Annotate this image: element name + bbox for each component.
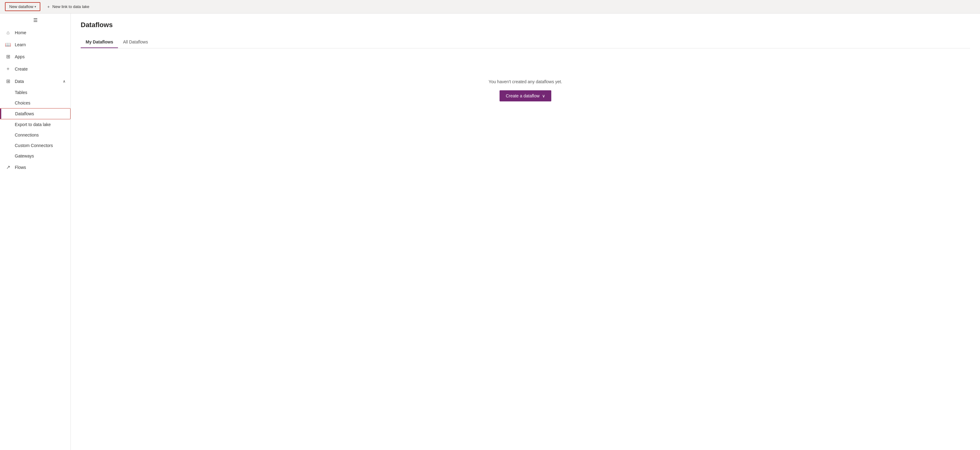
empty-state: You haven't created any dataflows yet. C… xyxy=(81,61,970,120)
create-dataflow-button[interactable]: Create a dataflow ∨ xyxy=(500,90,551,101)
page-title: Dataflows xyxy=(81,21,970,29)
connections-label: Connections xyxy=(15,132,39,137)
new-dataflow-button[interactable]: New dataflow ▾ xyxy=(5,2,40,11)
new-dataflow-label: New dataflow xyxy=(9,4,33,9)
empty-state-text: You haven't created any dataflows yet. xyxy=(489,79,562,84)
sidebar-subitem-tables[interactable]: Tables xyxy=(0,87,70,98)
sidebar: ☰ ⌂ Home 📖 Learn ⊞ Apps ＋ Create ⊞ Data … xyxy=(0,14,71,450)
content-area: Dataflows My Dataflows All Dataflows You… xyxy=(71,14,980,450)
create-dataflow-label: Create a dataflow xyxy=(506,93,539,98)
apps-icon: ⊞ xyxy=(5,54,11,59)
sidebar-item-learn-label: Learn xyxy=(15,42,26,47)
data-icon: ⊞ xyxy=(5,78,11,84)
sidebar-subitem-dataflows[interactable]: Dataflows xyxy=(0,108,70,119)
sidebar-subitem-export-data-lake[interactable]: Export to data lake xyxy=(0,119,70,130)
sidebar-item-flows-label: Flows xyxy=(15,165,26,170)
sidebar-item-apps[interactable]: ⊞ Apps xyxy=(0,51,70,62)
create-icon: ＋ xyxy=(5,65,11,72)
choices-label: Choices xyxy=(15,101,30,105)
hamburger-button[interactable]: ☰ xyxy=(0,14,70,27)
new-link-button[interactable]: ＋ New link to data lake xyxy=(44,2,92,11)
sidebar-subitem-gateways[interactable]: Gateways xyxy=(0,151,70,161)
top-bar: New dataflow ▾ ＋ New link to data lake xyxy=(0,0,980,14)
tab-my-dataflows[interactable]: My Dataflows xyxy=(81,37,118,48)
data-expand-icon: ∧ xyxy=(63,79,65,83)
sidebar-item-home[interactable]: ⌂ Home xyxy=(0,27,70,38)
sidebar-item-create-label: Create xyxy=(15,67,28,72)
plus-icon: ＋ xyxy=(46,4,51,10)
hamburger-icon: ☰ xyxy=(33,18,38,23)
dataflows-label: Dataflows xyxy=(15,111,34,116)
tab-all-dataflows[interactable]: All Dataflows xyxy=(118,37,153,48)
learn-icon: 📖 xyxy=(5,41,11,48)
sidebar-item-data-label: Data xyxy=(15,79,24,84)
main-layout: ☰ ⌂ Home 📖 Learn ⊞ Apps ＋ Create ⊞ Data … xyxy=(0,14,980,450)
sidebar-item-learn[interactable]: 📖 Learn xyxy=(0,38,70,51)
gateways-label: Gateways xyxy=(15,153,34,158)
sidebar-item-data[interactable]: ⊞ Data ∧ xyxy=(0,75,70,87)
export-data-lake-label: Export to data lake xyxy=(15,122,51,127)
sidebar-subitem-connections[interactable]: Connections xyxy=(0,130,70,140)
tables-label: Tables xyxy=(15,90,27,95)
new-link-label: New link to data lake xyxy=(52,4,89,9)
sidebar-item-flows[interactable]: ↗ Flows xyxy=(0,161,70,173)
tabs: My Dataflows All Dataflows xyxy=(81,37,970,48)
sidebar-subitem-custom-connectors[interactable]: Custom Connectors xyxy=(0,140,70,151)
home-icon: ⌂ xyxy=(5,30,11,35)
flows-icon: ↗ xyxy=(5,164,11,170)
sidebar-item-create[interactable]: ＋ Create xyxy=(0,62,70,75)
custom-connectors-label: Custom Connectors xyxy=(15,143,53,148)
new-dataflow-chevron-icon: ▾ xyxy=(35,5,36,8)
sidebar-item-apps-label: Apps xyxy=(15,54,25,59)
create-dataflow-chevron-icon: ∨ xyxy=(542,93,545,98)
sidebar-subitem-choices[interactable]: Choices xyxy=(0,98,70,108)
sidebar-item-home-label: Home xyxy=(15,30,26,35)
